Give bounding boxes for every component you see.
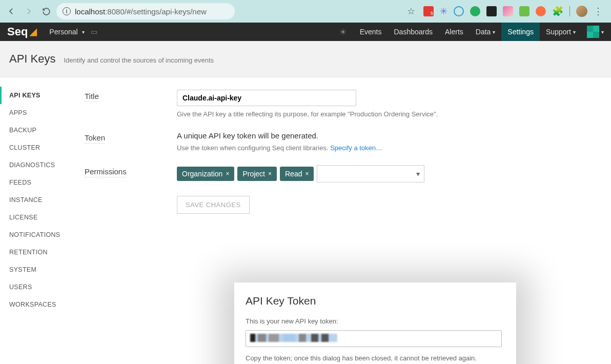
extension-icon[interactable] (470, 6, 480, 16)
extension-icon[interactable] (503, 6, 513, 16)
permission-tag-organization: Organization× (177, 167, 234, 181)
api-key-token-dialog: API Key Token This is your new API key t… (234, 282, 516, 364)
remove-tag-icon[interactable]: × (268, 170, 272, 177)
url-bar[interactable]: i localhost:8080/#/settings/api-keys/new (56, 3, 235, 19)
nav-settings[interactable]: Settings (501, 23, 540, 41)
sidebar-item-users[interactable]: USERS (0, 278, 69, 296)
dialog-warning: Copy the token; once this dialog has bee… (246, 354, 505, 362)
logo-text: Seq (7, 25, 28, 38)
forward-button[interactable] (22, 4, 36, 18)
title-help: Give the API key a title reflecting its … (177, 110, 438, 118)
permission-tag-project: Project× (237, 167, 277, 181)
sidebar-item-retention[interactable]: RETENTION (0, 244, 69, 261)
sidebar-item-apps[interactable]: APPS (0, 104, 69, 122)
sidebar-item-cluster[interactable]: CLUSTER (0, 139, 69, 156)
sidebar-item-system[interactable]: SYSTEM (0, 261, 69, 278)
sidebar-item-license[interactable]: LICENSE (0, 209, 69, 226)
nav-data[interactable]: Data▾ (470, 23, 502, 41)
extension-icon[interactable] (454, 6, 464, 16)
permission-tag-read: Read× (280, 167, 314, 181)
theme-toggle-icon[interactable]: ☀ (339, 27, 347, 37)
top-nav: Events Dashboards Alerts Data▾ Settings … (354, 23, 582, 41)
workspace-selector[interactable]: Personal ▾ (49, 28, 84, 36)
extension-icons: 5 ✳ 🧩 ⋮ (423, 6, 603, 17)
permissions-select[interactable]: ▾ (317, 165, 424, 183)
user-avatar[interactable] (587, 26, 599, 38)
logo-accent-icon: ◢ (30, 26, 37, 37)
chevron-down-icon: ▾ (573, 29, 576, 35)
settings-sidebar: API KEYS APPS BACKUP CLUSTER DIAGNOSTICS… (0, 77, 69, 313)
chevron-down-icon: ▾ (416, 170, 420, 178)
title-input[interactable] (177, 90, 356, 106)
back-button[interactable] (4, 4, 18, 18)
extension-icon[interactable] (536, 6, 546, 16)
extension-icon[interactable]: 5 (423, 6, 434, 16)
sidebar-item-diagnostics[interactable]: DIAGNOSTICS (0, 156, 69, 174)
logo[interactable]: Seq ◢ (7, 25, 37, 38)
page-title: API Keys (9, 52, 55, 66)
profile-avatar[interactable] (576, 6, 587, 17)
permissions-label: Permissions (85, 165, 127, 177)
extension-icon[interactable] (486, 6, 497, 16)
sidebar-item-workspaces[interactable]: WORKSPACES (0, 296, 69, 313)
browser-menu-icon[interactable]: ⋮ (594, 6, 603, 17)
divider (569, 6, 570, 16)
title-label: Title (85, 90, 99, 102)
token-label: Token (85, 131, 105, 144)
reload-button[interactable] (39, 4, 53, 18)
app-top-bar: Seq ◢ Personal ▾ ▭ ☀ Events Dashboards A… (0, 23, 611, 41)
dialog-title: API Key Token (246, 295, 505, 307)
sidebar-item-api-keys[interactable]: API KEYS (0, 87, 69, 104)
site-info-icon[interactable]: i (63, 7, 71, 15)
workspace-label: Personal (49, 28, 77, 36)
chevron-down-icon: ▾ (493, 29, 495, 35)
remove-tag-icon[interactable]: × (305, 170, 309, 177)
url-text: localhost:8080/#/settings/api-keys/new (75, 7, 207, 16)
sidebar-item-instance[interactable]: INSTANCE (0, 191, 69, 209)
save-icon[interactable]: ▭ (91, 28, 97, 36)
token-display[interactable] (246, 330, 502, 347)
specify-token-link[interactable]: Specify a token… (330, 144, 382, 152)
chevron-down-icon: ▾ (82, 29, 85, 35)
token-description: A unique API key token will be generated… (177, 131, 382, 140)
nav-support[interactable]: Support▾ (540, 23, 582, 41)
remove-tag-icon[interactable]: × (226, 170, 229, 177)
extension-icon[interactable]: ✳ (440, 6, 447, 17)
token-value-redacted (250, 334, 337, 342)
sidebar-item-feeds[interactable]: FEEDS (0, 174, 69, 191)
sidebar-item-notifications[interactable]: NOTIFICATIONS (0, 226, 69, 244)
save-changes-button[interactable]: SAVE CHANGES (177, 196, 250, 214)
nav-events[interactable]: Events (354, 23, 388, 41)
page-header: API Keys Identify and control the source… (0, 41, 611, 77)
extensions-puzzle-icon[interactable]: 🧩 (552, 6, 563, 17)
sidebar-item-backup[interactable]: BACKUP (0, 122, 69, 139)
dialog-intro: This is your new API key token: (246, 317, 505, 325)
nav-dashboards[interactable]: Dashboards (388, 23, 439, 41)
user-menu-chevron-icon[interactable]: ▾ (601, 29, 604, 35)
extension-icon[interactable] (519, 6, 529, 16)
page-subtitle: Identify and control the sources of inco… (64, 56, 214, 64)
browser-chrome: i localhost:8080/#/settings/api-keys/new… (0, 0, 611, 23)
form-area: Title Give the API key a title reflectin… (69, 77, 611, 313)
nav-alerts[interactable]: Alerts (439, 23, 470, 41)
bookmark-star-icon[interactable]: ☆ (407, 6, 415, 17)
token-help: Use the token when configuring Seq clien… (177, 144, 382, 152)
